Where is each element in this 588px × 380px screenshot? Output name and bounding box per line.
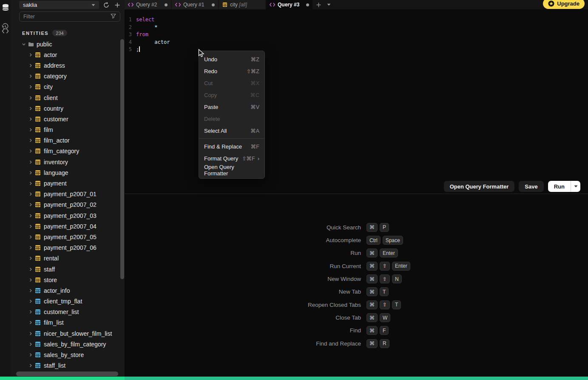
chevron-right-icon[interactable] xyxy=(28,203,33,207)
menu-item-find-replace[interactable]: Find & Replace⌘F xyxy=(199,140,264,152)
tree-item-sales_by_store[interactable]: sales_by_store xyxy=(11,349,120,360)
menu-item-format-query[interactable]: Format Query⇧⌘F› xyxy=(199,152,264,164)
chevron-right-icon[interactable] xyxy=(28,106,33,111)
chevron-right-icon[interactable] xyxy=(28,256,33,260)
chevron-right-icon[interactable] xyxy=(28,299,33,303)
upgrade-button[interactable]: Upgrade xyxy=(543,0,585,9)
tree-item-actor_info[interactable]: actor_info xyxy=(11,285,120,296)
sidebar-tree: publicactoraddresscategorycityclientcoun… xyxy=(11,39,120,369)
filter-field[interactable] xyxy=(19,11,120,22)
tree-item-inventory[interactable]: inventory xyxy=(11,157,120,167)
code-line-1[interactable]: 1select xyxy=(125,16,170,24)
chevron-right-icon[interactable] xyxy=(28,96,33,100)
chevron-right-icon[interactable] xyxy=(28,353,33,357)
tree-item-store[interactable]: store xyxy=(11,274,120,285)
filter-input[interactable] xyxy=(23,14,111,20)
menu-item-open-query-formatter[interactable]: Open Query Formatter xyxy=(199,164,264,176)
tree-item-country[interactable]: country xyxy=(11,103,120,114)
menu-item-paste[interactable]: Paste⌘V xyxy=(199,101,264,113)
menu-item-redo[interactable]: Redo⇧⌘Z xyxy=(199,65,264,77)
menu-item-select-all[interactable]: Select All⌘A xyxy=(199,125,264,137)
chevron-right-icon[interactable] xyxy=(28,138,33,143)
tree-item-payment_p2007_04[interactable]: payment_p2007_04 xyxy=(11,221,120,231)
table-icon xyxy=(35,266,41,272)
chevron-right-icon[interactable] xyxy=(28,85,33,89)
tree-item-payment_p2007_05[interactable]: payment_p2007_05 xyxy=(11,231,120,242)
new-tab-button[interactable] xyxy=(313,0,324,9)
tree-item-film_list[interactable]: film_list xyxy=(11,317,120,328)
tab-list-dropdown[interactable] xyxy=(324,0,334,9)
chevron-right-icon[interactable] xyxy=(28,63,33,68)
run-button[interactable]: Run xyxy=(548,181,571,192)
add-connection-icon[interactable] xyxy=(114,1,121,9)
tree-item-payment_p2007_06[interactable]: payment_p2007_06 xyxy=(11,243,120,253)
save-button[interactable]: Save xyxy=(519,181,543,192)
chevron-right-icon[interactable] xyxy=(28,149,33,153)
tree-item-customer[interactable]: customer xyxy=(11,114,120,124)
tree-item-staff[interactable]: staff xyxy=(11,264,120,274)
sidebar-vertical-scrollbar[interactable] xyxy=(120,39,124,279)
run-options-chevron-icon[interactable] xyxy=(571,181,580,192)
tree-item-schema-public[interactable]: public xyxy=(11,39,120,49)
chevron-right-icon[interactable] xyxy=(28,53,33,57)
tree-item-payment[interactable]: payment xyxy=(11,178,120,189)
database-icon[interactable] xyxy=(0,2,11,13)
tree-item-payment_p2007_01[interactable]: payment_p2007_01 xyxy=(11,189,120,200)
tab-query-2[interactable]: Query #2 xyxy=(125,0,171,9)
tree-item-film[interactable]: film xyxy=(11,125,120,135)
chevron-right-icon[interactable] xyxy=(28,117,33,121)
chevron-right-icon[interactable] xyxy=(28,192,33,196)
pane-divider[interactable] xyxy=(125,194,588,194)
chevron-right-icon[interactable] xyxy=(28,331,33,336)
query-editor-icon[interactable] xyxy=(0,26,11,36)
chevron-right-icon[interactable] xyxy=(28,224,33,229)
sidebar-horizontal-scrollbar[interactable] xyxy=(16,371,118,376)
chevron-right-icon[interactable] xyxy=(28,320,33,325)
chevron-right-icon[interactable] xyxy=(28,289,33,293)
chevron-right-icon[interactable] xyxy=(28,181,33,186)
tree-item-staff_list[interactable]: staff_list xyxy=(11,360,120,369)
chevron-right-icon[interactable] xyxy=(28,235,33,239)
code-line-5[interactable]: 5; xyxy=(125,46,170,54)
tab-query-1[interactable]: Query #1 xyxy=(172,0,218,9)
code-line-3[interactable]: 3from xyxy=(125,31,170,39)
sql-editor[interactable]: 1select2 *3from4 actor5; xyxy=(125,16,170,54)
tree-item-client[interactable]: client xyxy=(11,92,120,103)
chevron-right-icon[interactable] xyxy=(28,160,33,164)
refresh-icon[interactable] xyxy=(102,1,110,9)
chevron-right-icon[interactable] xyxy=(28,310,33,314)
menu-item-undo[interactable]: Undo⌘Z xyxy=(199,53,264,65)
chevron-right-icon[interactable] xyxy=(28,128,33,132)
tree-item-rental[interactable]: rental xyxy=(11,253,120,264)
tree-item-category[interactable]: category xyxy=(11,71,120,82)
tree-item-customer_list[interactable]: customer_list xyxy=(11,307,120,317)
chevron-right-icon[interactable] xyxy=(28,74,33,78)
tree-item-film_category[interactable]: film_category xyxy=(11,146,120,157)
shortcut-row-run-current: Run Current⌘⇧Enter xyxy=(125,260,588,272)
chevron-right-icon[interactable] xyxy=(28,246,33,250)
tree-item-city[interactable]: city xyxy=(11,82,120,92)
tree-item-client_tmp_flat[interactable]: client_tmp_flat xyxy=(11,296,120,307)
chevron-right-icon[interactable] xyxy=(28,278,33,282)
tree-item-payment_p2007_03[interactable]: payment_p2007_03 xyxy=(11,210,120,221)
tree-item-nicer_but_slower_film_list[interactable]: nicer_but_slower_film_list xyxy=(11,328,120,339)
chevron-right-icon[interactable] xyxy=(28,171,33,175)
open-query-formatter-button[interactable]: Open Query Formatter xyxy=(444,181,515,192)
tree-item-label: actor_info xyxy=(44,287,70,294)
connection-select[interactable]: saklia xyxy=(19,1,99,9)
tab-city[interactable]: city [all] xyxy=(219,0,265,9)
code-line-4[interactable]: 4 actor xyxy=(125,39,170,46)
tree-item-payment_p2007_02[interactable]: payment_p2007_02 xyxy=(11,200,120,210)
tree-item-sales_by_film_category[interactable]: sales_by_film_category xyxy=(11,339,120,349)
tree-item-film_actor[interactable]: film_actor xyxy=(11,135,120,146)
tab-query-3[interactable]: Query #3 xyxy=(266,0,312,9)
chevron-right-icon[interactable] xyxy=(28,214,33,218)
tree-item-address[interactable]: address xyxy=(11,60,120,71)
chevron-down-icon[interactable] xyxy=(21,42,26,46)
chevron-right-icon[interactable] xyxy=(28,363,33,368)
tree-item-actor[interactable]: actor xyxy=(11,49,120,60)
chevron-right-icon[interactable] xyxy=(28,267,33,271)
chevron-right-icon[interactable] xyxy=(28,342,33,346)
tree-item-language[interactable]: language xyxy=(11,167,120,178)
code-line-2[interactable]: 2 * xyxy=(125,24,170,31)
